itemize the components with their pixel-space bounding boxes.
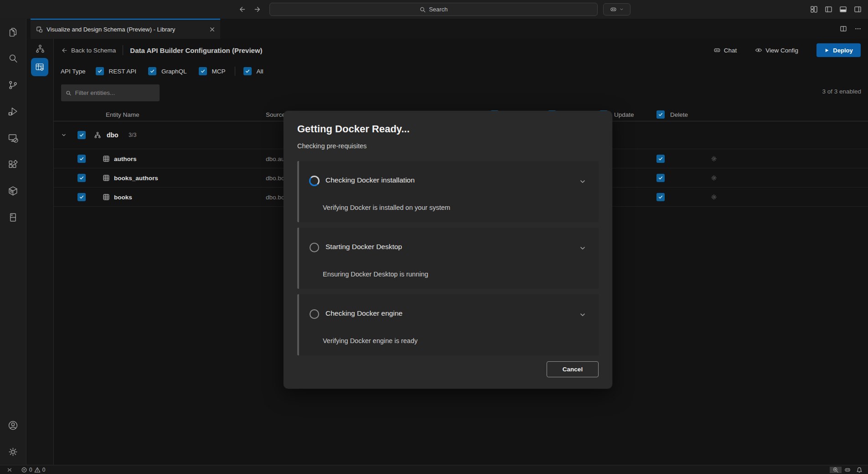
bell-icon (856, 467, 863, 473)
copilot-icon (713, 47, 721, 54)
group-count: 3/3 (129, 132, 136, 138)
arrow-left-icon (61, 47, 67, 54)
forward-button[interactable] (254, 5, 262, 13)
containers-icon[interactable] (0, 177, 26, 204)
rest-api-option: REST API (96, 67, 137, 75)
toggle-sidebar-icon[interactable] (825, 5, 832, 13)
table-icon (103, 155, 110, 162)
col-delete: Delete (670, 111, 688, 118)
titlebar: Search (0, 0, 868, 19)
schema-designer-view-icon[interactable] (35, 44, 45, 54)
col-delete-checkbox[interactable] (656, 110, 665, 119)
problems-indicator[interactable]: 0 0 (18, 467, 48, 473)
copilot-icon (844, 467, 851, 473)
step-label: Starting Docker Desktop (326, 243, 402, 251)
chevron-down-icon[interactable] (61, 132, 67, 138)
split-editor-icon[interactable] (840, 25, 847, 32)
row-settings-gear-icon[interactable] (710, 155, 718, 162)
run-debug-icon[interactable] (0, 98, 26, 125)
toggle-panel-icon[interactable] (839, 5, 847, 13)
graphql-label: GraphQL (161, 68, 187, 75)
api-config-view-button[interactable] (31, 58, 48, 76)
row-checkbox[interactable] (78, 155, 86, 163)
layout-controls (810, 0, 862, 19)
status-bar-left: 0 0 (4, 467, 48, 473)
eye-icon (755, 47, 762, 54)
rest-api-checkbox[interactable] (96, 67, 104, 75)
command-search-box[interactable]: Search (269, 3, 598, 16)
mcp-option: MCP (199, 67, 226, 75)
getting-docker-ready-dialog: Getting Docker Ready... Checking pre-req… (284, 111, 612, 389)
spinner-icon (309, 176, 320, 186)
account-icon[interactable] (0, 412, 26, 438)
all-checkbox[interactable] (243, 67, 252, 75)
zoom-indicator[interactable] (830, 467, 842, 473)
delete-checkbox[interactable] (656, 155, 665, 163)
delete-checkbox[interactable] (656, 193, 665, 201)
view-config-button[interactable]: View Config (755, 47, 798, 54)
graphql-option: GraphQL (148, 67, 187, 75)
copilot-status[interactable] (842, 467, 853, 473)
api-options-divider (235, 67, 235, 76)
back-button[interactable] (238, 5, 246, 13)
step-label: Checking Docker installation (326, 176, 415, 184)
row-settings-gear-icon[interactable] (710, 174, 718, 182)
mcp-label: MCP (212, 68, 226, 75)
notifications[interactable] (853, 467, 865, 473)
warning-count: 0 (42, 467, 46, 473)
chevron-down-icon[interactable] (579, 311, 587, 319)
remote-icon (6, 467, 13, 473)
cancel-button[interactable]: Cancel (547, 361, 599, 377)
graphql-checkbox[interactable] (148, 67, 156, 75)
mcp-checkbox[interactable] (199, 67, 207, 75)
api-type-row: API Type REST API GraphQL MCP All (54, 63, 868, 79)
deploy-label: Deploy (833, 47, 852, 54)
settings-gear-icon[interactable] (0, 438, 26, 465)
explorer-icon[interactable] (0, 19, 26, 45)
close-icon[interactable] (209, 26, 216, 33)
search-view-icon[interactable] (0, 45, 26, 72)
database-projects-icon[interactable] (0, 204, 26, 230)
extensions-icon[interactable] (0, 151, 26, 177)
customize-layout-icon[interactable] (810, 5, 818, 13)
deploy-button[interactable]: Deploy (816, 43, 861, 57)
copilot-icon (610, 6, 617, 13)
row-checkbox[interactable] (78, 174, 86, 182)
table-icon (103, 174, 110, 182)
delete-checkbox[interactable] (656, 174, 665, 182)
tab-visualize-design-schema[interactable]: Visualize and Design Schema (Preview) - … (31, 19, 220, 39)
dialog-subtitle: Checking pre-requisites (297, 141, 599, 151)
entity-name: books (114, 193, 132, 200)
group-checkbox[interactable] (78, 131, 86, 139)
toggle-secondary-sidebar-icon[interactable] (854, 5, 862, 13)
search-icon (419, 6, 426, 13)
header-divider (123, 45, 123, 55)
view-switcher-toolbar (26, 39, 54, 465)
search-icon (66, 90, 72, 96)
entity-name: authors (114, 155, 137, 162)
editor-actions (840, 19, 862, 39)
page-header: Back to Schema Data API Builder Configur… (54, 39, 868, 62)
chevron-down-icon[interactable] (579, 177, 587, 186)
pending-circle-icon (310, 243, 319, 252)
more-actions-icon[interactable] (854, 25, 862, 32)
group-name: dbo (107, 131, 119, 139)
view-config-label: View Config (765, 47, 798, 54)
filter-entities-input[interactable] (75, 89, 155, 96)
page-title: Data API Builder Configuration (Preview) (130, 47, 262, 54)
chevron-down-icon (619, 7, 624, 12)
enabled-summary: 3 of 3 enabled (822, 88, 861, 95)
row-checkbox[interactable] (78, 193, 86, 201)
remote-indicator[interactable] (4, 467, 16, 473)
database-design-icon (36, 26, 43, 33)
chevron-down-icon[interactable] (579, 244, 587, 252)
status-bar-right (830, 467, 865, 473)
chat-button[interactable]: Chat (713, 47, 737, 54)
source-control-icon[interactable] (0, 72, 26, 98)
remote-explorer-icon[interactable] (0, 125, 26, 151)
copilot-menu-button[interactable] (603, 3, 630, 16)
back-to-schema-link[interactable]: Back to Schema (61, 47, 116, 54)
play-icon (824, 48, 829, 53)
header-actions: Chat View Config Deploy (713, 43, 868, 57)
row-settings-gear-icon[interactable] (710, 193, 718, 201)
